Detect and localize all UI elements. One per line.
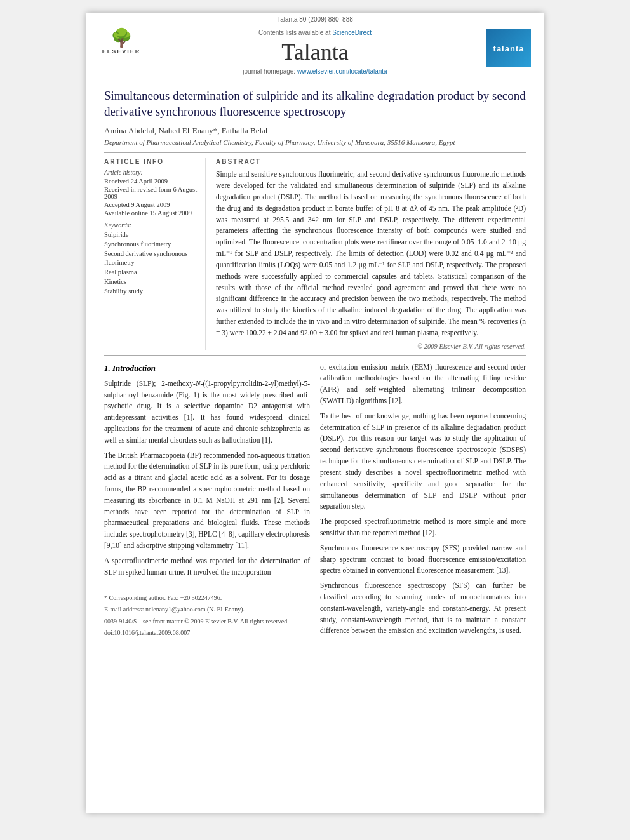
body-right-para-3: The proposed spectrofluorimetric method … bbox=[320, 516, 526, 539]
elsevier-logo: 🌳 ELSEVIER bbox=[99, 29, 144, 55]
homepage-url[interactable]: www.elsevier.com/locate/talanta bbox=[297, 68, 387, 75]
article-info-abstract: ARTICLE INFO Article history: Received 2… bbox=[104, 158, 526, 349]
copyright-line: © 2009 Elsevier B.V. All rights reserved… bbox=[216, 343, 526, 350]
email-note: E-mail address: nelenany1@yahoo.com (N. … bbox=[104, 604, 310, 615]
body-left-col: 1. Introduction Sulpiride (SLP); 2-metho… bbox=[104, 362, 310, 641]
email-address: nelenany1@yahoo.com (N. El-Enany). bbox=[145, 606, 245, 613]
citation-bar: Talanta 80 (2009) 880–888 bbox=[86, 13, 544, 24]
article-title: Simultaneous determination of sulpiride … bbox=[104, 88, 526, 119]
keyword-stability: Stability study bbox=[104, 287, 200, 297]
article-info-heading: ARTICLE INFO bbox=[104, 158, 200, 165]
divider-1 bbox=[104, 152, 526, 153]
keyword-real-plasma: Real plasma bbox=[104, 268, 200, 277]
body-para-1: Sulpiride (SLP); 2-methoxy-N-((1-propylp… bbox=[104, 378, 310, 446]
keywords-label: Keywords: bbox=[104, 222, 200, 229]
article-affiliation: Department of Pharmaceutical Analytical … bbox=[104, 138, 526, 146]
keyword-sync-fluorimetry: Synchronous fluorimetry bbox=[104, 240, 200, 250]
journal-name: Talanta bbox=[150, 39, 480, 65]
abstract-heading: ABSTRACT bbox=[216, 158, 526, 165]
corresponding-note: * Corresponding author. Fax: +20 5022474… bbox=[104, 593, 310, 603]
available-date: Available online 15 August 2009 bbox=[104, 210, 200, 217]
footer-notes: * Corresponding author. Fax: +20 5022474… bbox=[104, 589, 310, 638]
issn-note: 0039-9140/$ – see front matter © 2009 El… bbox=[104, 617, 310, 627]
elsevier-tree-icon: 🌳 bbox=[111, 29, 133, 47]
journal-header: 🌳 ELSEVIER Contents lists available at S… bbox=[86, 24, 544, 79]
email-label: E-mail address: bbox=[104, 606, 144, 613]
keyword-second-deriv: Second derivative synchronous fluorimetr… bbox=[104, 250, 200, 268]
sciencedirect-anchor[interactable]: ScienceDirect bbox=[332, 29, 372, 36]
keyword-kinetics: Kinetics bbox=[104, 277, 200, 287]
body-right-col: of excitation–emission matrix (EEM) fluo… bbox=[320, 362, 526, 641]
abstract-text: Simple and sensitive synchronous fluorim… bbox=[216, 169, 526, 338]
article-authors: Amina Abdelal, Nahed El-Enany*, Fathalla… bbox=[104, 126, 526, 136]
body-para-3: A spectrofluorimetric method was reporte… bbox=[104, 556, 310, 578]
talanta-logo-text: talanta bbox=[493, 44, 525, 53]
article-info-col: ARTICLE INFO Article history: Received 2… bbox=[104, 158, 206, 349]
journal-homepage: journal homepage: www.elsevier.com/locat… bbox=[150, 68, 480, 75]
received-date: Received 24 April 2009 bbox=[104, 178, 200, 185]
history-label: Article history: bbox=[104, 169, 200, 176]
section1-heading: 1. Introduction bbox=[104, 362, 310, 375]
elsevier-label: ELSEVIER bbox=[102, 48, 141, 55]
doi-note: doi:10.1016/j.talanta.2009.08.007 bbox=[104, 628, 310, 638]
accepted-date: Accepted 9 August 2009 bbox=[104, 201, 200, 208]
body-para-2: The British Pharmacopoeia (BP) recommend… bbox=[104, 450, 310, 552]
article-page: Talanta 80 (2009) 880–888 🌳 ELSEVIER Con… bbox=[86, 13, 544, 813]
journal-center: Contents lists available at ScienceDirec… bbox=[144, 29, 486, 75]
keyword-sulpiride: Sulpiride bbox=[104, 230, 200, 240]
body-right-para-1: of excitation–emission matrix (EEM) fluo… bbox=[320, 362, 526, 407]
body-right-para-5: Synchronous fluorescence spectroscopy (S… bbox=[320, 580, 526, 637]
body-right-para-4: Synchronous fluorescence spectroscopy (S… bbox=[320, 543, 526, 577]
citation-text: Talanta 80 (2009) 880–888 bbox=[277, 16, 353, 23]
abstract-col: ABSTRACT Simple and sensitive synchronou… bbox=[216, 158, 526, 349]
divider-2 bbox=[104, 355, 526, 356]
revised-date: Received in revised form 6 August 2009 bbox=[104, 186, 200, 200]
article-content: Simultaneous determination of sulpiride … bbox=[86, 79, 544, 650]
sciencedirect-link: Contents lists available at ScienceDirec… bbox=[150, 29, 480, 36]
body-right-para-2: To the best of our knowledge, nothing ha… bbox=[320, 411, 526, 512]
body-section: 1. Introduction Sulpiride (SLP); 2-metho… bbox=[104, 362, 526, 641]
talanta-logo-box: talanta bbox=[486, 29, 531, 67]
